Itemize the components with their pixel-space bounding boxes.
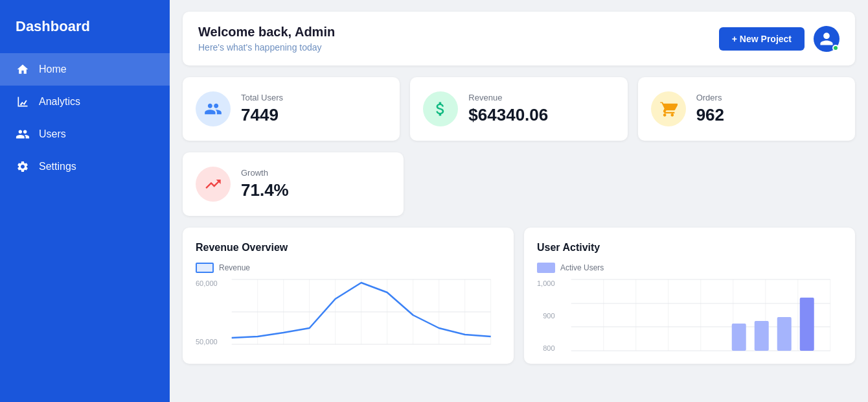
settings-icon xyxy=(16,160,30,174)
stat-card-users: Total Users 7449 xyxy=(183,77,400,141)
users-icon xyxy=(16,127,30,141)
growth-row: Growth 71.4% xyxy=(183,152,855,216)
stat-card-orders: Orders 962 xyxy=(638,77,855,141)
cart-icon xyxy=(651,91,686,126)
dollar-icon xyxy=(423,91,458,126)
activity-legend: Active Users xyxy=(537,263,842,273)
revenue-chart-card: Revenue Overview Revenue 60,000 50,000 xyxy=(183,228,514,364)
sidebar-label-users: Users xyxy=(39,128,66,140)
growth-label: Growth xyxy=(241,168,289,178)
revenue-y-axis: 60,000 50,000 xyxy=(196,279,218,347)
sidebar-label-home: Home xyxy=(39,64,67,75)
avatar[interactable] xyxy=(814,26,839,52)
bar-jul xyxy=(777,317,791,351)
bar-jun xyxy=(754,321,768,351)
avatar-status-dot xyxy=(832,45,839,51)
revenue-legend: Revenue xyxy=(196,263,501,273)
revenue-chart-inner xyxy=(222,279,501,347)
stat-card-revenue: Revenue $64340.06 xyxy=(410,77,627,141)
sidebar-item-settings[interactable]: Settings xyxy=(0,150,170,183)
sidebar-item-users[interactable]: Users xyxy=(0,118,170,150)
activity-svg xyxy=(559,279,842,351)
bar-aug xyxy=(799,298,814,351)
users-stat-icon xyxy=(196,91,231,126)
growth-card: Growth 71.4% xyxy=(183,152,404,216)
activity-chart-card: User Activity Active Users 1,000 900 800 xyxy=(524,228,855,364)
sidebar-title: Dashboard xyxy=(0,13,170,53)
header-text: Welcome back, Admin Here's what's happen… xyxy=(198,25,335,53)
analytics-icon xyxy=(16,95,30,109)
sidebar-item-home[interactable]: Home xyxy=(0,53,170,86)
stat-label-revenue: Revenue xyxy=(468,93,548,102)
main-content: Welcome back, Admin Here's what's happen… xyxy=(170,0,868,402)
header-subtitle: Here's what's happening today xyxy=(198,42,335,53)
sidebar-label-analytics: Analytics xyxy=(39,96,80,108)
growth-info: Growth 71.4% xyxy=(241,168,289,200)
revenue-chart-wrap: 60,000 50,000 xyxy=(196,279,501,347)
welcome-title: Welcome back, Admin xyxy=(198,25,335,40)
stat-info-orders: Orders 962 xyxy=(696,93,724,125)
bar-may xyxy=(731,324,746,351)
new-project-button[interactable]: + New Project xyxy=(719,27,805,51)
activity-y-axis: 1,000 900 800 xyxy=(537,279,555,353)
growth-value: 71.4% xyxy=(241,180,289,200)
growth-icon xyxy=(196,167,231,202)
charts-row: Revenue Overview Revenue 60,000 50,000 xyxy=(183,228,855,364)
sidebar-item-analytics[interactable]: Analytics xyxy=(0,86,170,118)
revenue-svg xyxy=(222,279,501,344)
activity-chart-inner xyxy=(559,279,842,353)
activity-chart-title: User Activity xyxy=(537,242,842,254)
stat-value-users: 7449 xyxy=(241,105,283,125)
stat-label-orders: Orders xyxy=(696,93,724,102)
stat-label-users: Total Users xyxy=(241,93,283,102)
revenue-legend-box xyxy=(196,263,214,273)
revenue-legend-label: Revenue xyxy=(219,263,250,272)
activity-legend-box xyxy=(537,263,555,273)
stat-value-revenue: $64340.06 xyxy=(468,105,548,125)
activity-chart-wrap: 1,000 900 800 xyxy=(537,279,842,353)
sidebar-label-settings: Settings xyxy=(39,161,76,172)
growth-spacer xyxy=(414,152,855,216)
activity-legend-label: Active Users xyxy=(560,263,604,272)
stat-info-users: Total Users 7449 xyxy=(241,93,283,125)
header-card: Welcome back, Admin Here's what's happen… xyxy=(183,12,855,65)
home-icon xyxy=(16,62,30,77)
header-actions: + New Project xyxy=(719,26,839,52)
stat-info-revenue: Revenue $64340.06 xyxy=(468,93,548,125)
stat-value-orders: 962 xyxy=(696,105,724,125)
revenue-chart-title: Revenue Overview xyxy=(196,242,501,254)
sidebar: Dashboard Home Analytics Users Settings xyxy=(0,0,170,402)
stats-row: Total Users 7449 Revenue $64340.06 Order… xyxy=(183,77,855,141)
